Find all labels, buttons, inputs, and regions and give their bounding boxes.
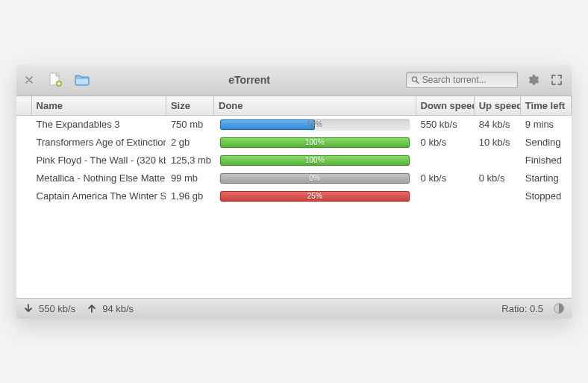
window-title: eTorrent: [98, 74, 400, 86]
search-input[interactable]: [422, 75, 513, 85]
cell-name: Transformers Age of Extinction: [31, 134, 166, 152]
table-body: The Expandables 3750 mb50%550 kb/s84 kb/…: [16, 116, 572, 205]
cell-size: 99 mb: [166, 169, 213, 187]
cell-time: Stopped: [520, 187, 571, 205]
cell-up: 84 kb/s: [474, 116, 520, 134]
cell-down: [416, 152, 474, 169]
cell-done: 0%: [214, 169, 416, 187]
file-plus-icon: [47, 72, 63, 88]
cell-done: 50%: [214, 116, 416, 134]
status-up-speed: 94 kb/s: [102, 303, 134, 314]
upload-arrow-icon: [87, 304, 96, 313]
cell-name: The Expandables 3: [31, 116, 166, 134]
col-done[interactable]: Done: [214, 96, 416, 116]
svg-line-4: [416, 81, 419, 84]
cell-size: 2 gb: [166, 134, 213, 152]
status-bar: 550 kb/s 94 kb/s Ratio: 0.5: [16, 298, 572, 319]
table-row[interactable]: Metallica - Nothing Else Matters99 mb0%0…: [16, 169, 572, 187]
table-row[interactable]: Captain America The Winter Soldier1,96 g…: [16, 187, 572, 205]
folder-icon: [74, 72, 90, 87]
table-row[interactable]: The Expandables 3750 mb50%550 kb/s84 kb/…: [16, 116, 572, 134]
cell-down: [416, 187, 474, 205]
svg-rect-2: [76, 78, 89, 85]
cell-size: 125,3 mb: [166, 152, 213, 169]
add-file-button[interactable]: [45, 71, 66, 89]
table-header: Name Size Done Down speed Up speed Time …: [16, 96, 572, 116]
cell-name: Metallica - Nothing Else Matters: [31, 169, 166, 187]
search-icon: [411, 75, 419, 84]
toolbar: eTorrent: [16, 65, 572, 96]
gear-icon: [526, 73, 539, 87]
expand-icon: [551, 75, 562, 85]
cell-up: 10 kb/s: [474, 134, 520, 152]
torrent-table-container: Name Size Done Down speed Up speed Time …: [16, 96, 572, 298]
status-ratio: Ratio: 0.5: [501, 303, 543, 314]
cell-down: 550 kb/s: [416, 116, 474, 134]
cell-up: [474, 152, 520, 169]
open-folder-button[interactable]: [72, 71, 93, 89]
search-box[interactable]: [406, 72, 518, 88]
status-down-speed: 550 kb/s: [39, 303, 75, 314]
cell-done: 100%: [214, 152, 416, 169]
col-size[interactable]: Size: [166, 96, 213, 116]
col-check[interactable]: [16, 96, 31, 116]
col-time[interactable]: Time left: [520, 96, 571, 116]
download-arrow-icon: [24, 304, 33, 313]
cell-size: 750 mb: [166, 116, 213, 134]
cell-done: 25%: [214, 187, 416, 205]
cell-up: 0 kb/s: [474, 169, 520, 187]
close-button[interactable]: [22, 73, 36, 87]
table-row[interactable]: Transformers Age of Extinction2 gb100%0 …: [16, 134, 572, 152]
table-row[interactable]: Pink Floyd - The Wall - (320 kbps)125,3 …: [16, 152, 572, 169]
cell-time: Finished: [520, 152, 571, 169]
close-icon: [25, 76, 33, 84]
cell-down: 0 kb/s: [416, 169, 474, 187]
cell-size: 1,96 gb: [166, 187, 213, 205]
cell-time: Starting: [520, 169, 571, 187]
settings-button[interactable]: [524, 71, 542, 89]
cell-done: 100%: [214, 134, 416, 152]
cell-name: Captain America The Winter Soldier: [31, 187, 166, 205]
col-name[interactable]: Name: [31, 96, 166, 116]
cell-down: 0 kb/s: [416, 134, 474, 152]
ratio-pie-icon: [554, 303, 564, 314]
col-up[interactable]: Up speed: [474, 96, 520, 116]
fullscreen-button[interactable]: [548, 71, 566, 89]
col-down[interactable]: Down speed: [416, 96, 474, 116]
cell-up: [474, 187, 520, 205]
cell-name: Pink Floyd - The Wall - (320 kbps): [31, 152, 166, 169]
cell-time: Sending: [520, 134, 571, 152]
app-window: eTorrent Name Size Done Down speed: [16, 65, 572, 319]
torrent-table: Name Size Done Down speed Up speed Time …: [16, 96, 572, 205]
cell-time: 9 mins: [520, 116, 571, 134]
